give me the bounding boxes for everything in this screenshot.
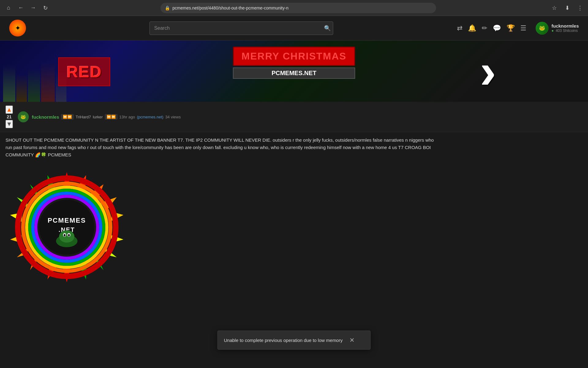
vote-section: ▲ 21 ▼	[6, 105, 13, 128]
toast-close-button[interactable]: ✕	[348, 336, 356, 344]
shuffle-icon[interactable]: ⇄	[457, 24, 462, 32]
user-info: fucknormles ● 403 Shitcoins	[552, 23, 579, 33]
avatar-inner: 🐸	[536, 22, 548, 35]
search-input[interactable]	[149, 21, 333, 35]
post-avatar: 🐸	[18, 111, 29, 122]
header-right-icons: ⇄ 🔔 ✏ 💬 🏆 ☰	[457, 24, 526, 32]
banner-red-text: RED	[66, 63, 102, 81]
crowd-person	[3, 65, 15, 102]
flair-lurker: lurker	[93, 115, 103, 119]
trophy-icon[interactable]: 🏆	[507, 24, 515, 32]
crowd-person	[16, 74, 27, 102]
banner-arrow: ›	[480, 47, 496, 96]
reload-button[interactable]: ↻	[40, 3, 50, 13]
toast-message: Unable to complete previous operation du…	[224, 338, 343, 343]
browser-menu-button[interactable]: ⋮	[576, 4, 584, 12]
pen-icon[interactable]: ✏	[482, 24, 487, 32]
banner-red-box: RED	[58, 57, 110, 86]
pcmemes-logo-container: PCMEMES .NET	[6, 166, 134, 282]
banner: RED MERRY CHRISTMAS PCMEMES.NET ›	[0, 40, 588, 102]
back-button[interactable]: ←	[16, 3, 26, 13]
download-button[interactable]: ⬇	[563, 4, 571, 12]
toast-notification: Unable to complete previous operation du…	[217, 331, 371, 350]
logo-text-pcmemes: PCMEMES	[47, 217, 86, 224]
shitcoin-dot: ●	[552, 29, 554, 33]
post-source[interactable]: (pcmemes.net)	[137, 115, 164, 119]
post-text: SHOUT OUT THE PCMEME COMMUNITY N THE ART…	[6, 136, 434, 159]
upvote-button[interactable]: ▲	[6, 105, 13, 114]
pepe-pupil-left	[64, 234, 66, 236]
site-header: ✦ 🔍 ⇄ 🔔 ✏ 💬 🏆 ☰ 🐸 fucknormles ● 403 Shit…	[0, 16, 588, 40]
christmas-box: MERRY CHRISTMAS	[233, 47, 355, 66]
flair-icon1: ⏩⏩	[63, 115, 72, 119]
pcmemes-logo-svg: PCMEMES .NET	[6, 166, 128, 289]
username-label: fucknormles	[552, 23, 579, 29]
chat-icon[interactable]: 💬	[493, 24, 501, 32]
pcmemes-banner-text: PCMEMES.NET	[272, 70, 317, 76]
post-meta: fucknormles ⏩⏩ TriHard7 lurker ⏩⏩ 13hr a…	[32, 114, 181, 120]
post-image-area: PCMEMES .NET	[0, 163, 588, 289]
home-button[interactable]: ⌂	[4, 3, 13, 13]
pepe-pupil-right	[68, 234, 70, 236]
browser-chrome: ⌂ ← → ↻ 🔒 pcmemes.net/post/4480/shout-ou…	[0, 0, 588, 16]
pcmemes-sign: PCMEMES.NET	[233, 67, 355, 79]
shitcoins-count: 403 Shitcoins	[556, 29, 578, 33]
nav-menu-icon[interactable]: ☰	[520, 24, 526, 32]
logo-icon: ✦	[15, 24, 21, 32]
vote-count: 21	[7, 114, 12, 119]
crowd-person	[41, 62, 55, 102]
post-flair1: ⏩⏩	[61, 114, 74, 120]
christmas-sign: MERRY CHRISTMAS PCMEMES.NET	[233, 47, 355, 79]
crowd-person	[28, 68, 40, 102]
site-logo[interactable]: ✦	[9, 20, 26, 36]
search-container: 🔍	[149, 21, 333, 35]
downvote-button[interactable]: ▼	[6, 120, 13, 128]
forward-button[interactable]: →	[28, 3, 38, 13]
post-time: 13hr ago	[119, 115, 135, 119]
address-bar[interactable]: 🔒 pcmemes.net/post/4480/shout-out-the-pc…	[160, 3, 436, 13]
user-avatar: 🐸	[536, 22, 548, 35]
search-button[interactable]: 🔍	[324, 25, 331, 32]
christmas-text: MERRY CHRISTMAS	[242, 51, 347, 62]
url-text: pcmemes.net/post/4480/shout-out-the-pcme…	[172, 6, 432, 10]
shitcoins-label: ● 403 Shitcoins	[552, 29, 579, 33]
post-flair2: ⏩⏩	[105, 114, 118, 120]
flair-trihard: TriHard7	[76, 115, 91, 119]
bookmark-button[interactable]: ☆	[550, 4, 559, 12]
flair-icon2: ⏩⏩	[107, 115, 116, 119]
user-section[interactable]: 🐸 fucknormles ● 403 Shitcoins	[536, 22, 579, 35]
post-header: ▲ 21 ▼ 🐸 fucknormles ⏩⏩ TriHard7 lurker …	[0, 102, 588, 132]
post-views: 34 views	[165, 115, 181, 119]
browser-right-icons: ☆ ⬇ ⋮	[550, 4, 584, 12]
pepe-head	[59, 230, 74, 243]
bell-icon[interactable]: 🔔	[468, 24, 476, 32]
post-content: SHOUT OUT THE PCMEME COMMUNITY N THE ART…	[0, 132, 588, 163]
post-username[interactable]: fucknormles	[32, 114, 59, 120]
lock-icon: 🔒	[165, 6, 170, 10]
